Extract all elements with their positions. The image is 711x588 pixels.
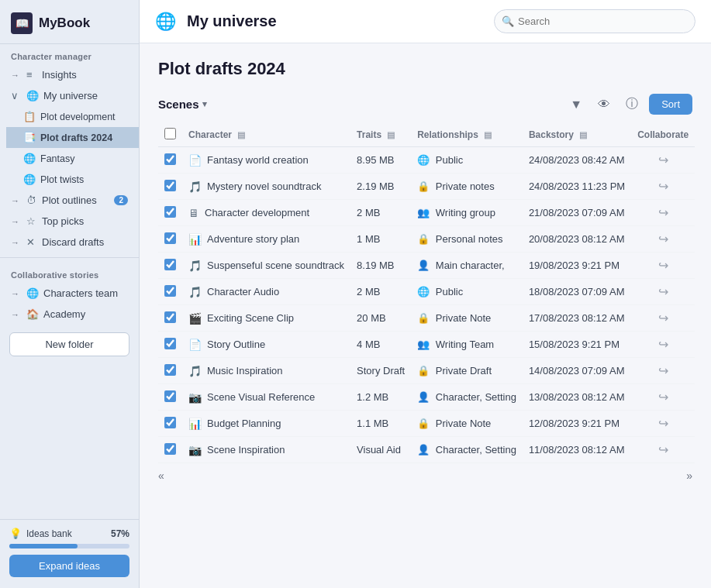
section-label-char-manager: Character manager xyxy=(0,44,139,64)
view-button[interactable]: 👁 xyxy=(593,95,615,115)
row-backstory-cell: 24/08/2023 08:42 AM xyxy=(523,147,631,174)
sidebar-item-academy[interactable]: → 🏠 Academy xyxy=(0,304,139,325)
search-input[interactable] xyxy=(494,9,695,33)
row-checkbox-9[interactable] xyxy=(164,390,176,402)
row-collab-cell: ↪ xyxy=(631,253,695,279)
sidebar-item-top-picks[interactable]: → ☆ Top picks xyxy=(0,211,139,232)
sidebar-item-plot-twists[interactable]: 🌐 Plot twists xyxy=(6,169,139,190)
row-rel-icon: 🔒 xyxy=(417,365,430,377)
app-logo: 📖 MyBook xyxy=(0,0,139,44)
info-button[interactable]: ⓘ xyxy=(621,93,643,115)
row-collab-cell: ↪ xyxy=(631,305,695,332)
row-collab-cell: ↪ xyxy=(631,411,695,437)
row-traits: 8.95 MB xyxy=(357,154,394,166)
top-picks-icon: ☆ xyxy=(26,215,37,227)
row-backstory: 21/08/2023 07:09 AM xyxy=(529,207,625,218)
table-row: 📊 Adventure story plan 1 MB 🔒 Personal n… xyxy=(158,226,695,253)
row-rel-icon: 🌐 xyxy=(417,154,430,166)
share-button-1[interactable]: ↪ xyxy=(657,179,670,194)
col-character: Character ▤ xyxy=(182,123,350,147)
row-backstory: 14/08/2023 07:09 AM xyxy=(529,365,625,377)
row-type-icon: 🎵 xyxy=(188,181,202,193)
row-checkbox-8[interactable] xyxy=(164,364,176,376)
row-name: Music Inspiration xyxy=(207,365,283,377)
row-relationship: Private Draft xyxy=(436,365,492,377)
arrow-icon-team: → xyxy=(11,289,22,298)
sidebar-item-plot-development[interactable]: 📋 Plot development xyxy=(6,106,139,127)
row-checkbox-cell xyxy=(158,332,182,358)
table-row: 📷 Scene Visual Reference 1.2 MB 👤 Charac… xyxy=(158,384,695,411)
row-name-cell: 🎬 Exciting Scene Clip xyxy=(182,305,350,332)
sort-button[interactable]: Sort xyxy=(649,94,692,115)
share-button-7[interactable]: ↪ xyxy=(657,337,670,352)
row-checkbox-10[interactable] xyxy=(164,417,176,428)
row-checkbox-5[interactable] xyxy=(164,285,176,297)
row-relationship: Character, Setting xyxy=(436,391,516,403)
row-rel-icon: 👥 xyxy=(417,339,430,350)
table-row: 📄 Fantasy world creation 8.95 MB 🌐 Publi… xyxy=(158,147,695,174)
sidebar-item-plot-drafts[interactable]: 📑 Plot drafts 2024 xyxy=(6,127,139,148)
row-backstory: 17/08/2023 08:12 AM xyxy=(529,312,625,324)
expand-ideas-button[interactable]: Expand ideas xyxy=(9,555,129,577)
plot-drafts-label: Plot drafts 2024 xyxy=(40,132,112,143)
sidebar-bottom: 💡 Ideas bank 57% Expand ideas xyxy=(0,519,139,588)
row-name-cell: 📄 Fantasy world creation xyxy=(182,147,350,174)
sidebar-item-characters-team[interactable]: → 🌐 Characters team xyxy=(0,283,139,304)
row-checkbox-11[interactable] xyxy=(164,443,176,455)
share-button-3[interactable]: ↪ xyxy=(657,232,670,246)
row-rel-cell: 👥 Writing Team xyxy=(411,332,523,358)
row-type-icon: 📷 xyxy=(188,444,202,456)
row-checkbox-7[interactable] xyxy=(164,338,176,349)
row-rel-icon: 🔒 xyxy=(417,233,430,245)
row-rel-icon: 👤 xyxy=(417,391,430,403)
scenes-chevron: ▾ xyxy=(202,99,207,109)
row-backstory-cell: 18/08/2023 07:09 AM xyxy=(523,279,631,305)
row-checkbox-3[interactable] xyxy=(164,232,176,244)
search-container: 🔍 xyxy=(494,9,695,33)
fantasy-icon: 🌐 xyxy=(23,153,36,164)
row-checkbox-cell xyxy=(158,411,182,437)
row-traits-cell: 20 MB xyxy=(350,305,411,332)
row-checkbox-2[interactable] xyxy=(164,206,176,218)
share-button-8[interactable]: ↪ xyxy=(657,363,670,378)
sidebar-item-insights[interactable]: → ≡ Insights xyxy=(0,64,139,85)
row-checkbox-4[interactable] xyxy=(164,259,176,270)
content-area: Plot drafts 2024 Scenes ▾ ▼ 👁 ⓘ Sort Cha… xyxy=(140,43,711,588)
share-button-4[interactable]: ↪ xyxy=(657,258,670,273)
share-button-6[interactable]: ↪ xyxy=(657,311,670,325)
row-backstory: 15/08/2023 9:21 PM xyxy=(529,339,620,350)
share-button-2[interactable]: ↪ xyxy=(657,205,670,220)
sidebar-item-fantasy[interactable]: 🌐 Fantasy xyxy=(6,148,139,169)
filter-button[interactable]: ▼ xyxy=(565,95,587,115)
select-all-checkbox[interactable] xyxy=(164,128,176,139)
share-button-5[interactable]: ↪ xyxy=(657,284,670,299)
sidebar-item-discard-drafts[interactable]: → ✕ Discard drafts xyxy=(0,232,139,253)
row-checkbox-1[interactable] xyxy=(164,180,176,191)
share-button-10[interactable]: ↪ xyxy=(657,416,670,431)
nav-prev[interactable]: « xyxy=(158,469,164,482)
row-relationship: Writing group xyxy=(436,207,495,218)
share-button-11[interactable]: ↪ xyxy=(657,442,670,457)
search-icon: 🔍 xyxy=(502,15,514,27)
top-picks-label: Top picks xyxy=(42,215,84,227)
row-relationship: Public xyxy=(436,154,463,166)
sidebar-item-my-universe[interactable]: ∨ 🌐 My universe xyxy=(0,85,139,106)
app-name: MyBook xyxy=(39,15,90,31)
row-name: Exciting Scene Clip xyxy=(207,312,294,324)
row-rel-cell: 🌐 Public xyxy=(411,279,523,305)
share-button-9[interactable]: ↪ xyxy=(657,390,670,404)
row-relationship: Main character, xyxy=(436,260,505,271)
share-button-0[interactable]: ↪ xyxy=(657,153,670,167)
row-rel-icon: 🔒 xyxy=(417,418,430,429)
row-backstory-cell: 13/08/2023 08:12 AM xyxy=(523,384,631,411)
row-backstory: 19/08/2023 9:21 PM xyxy=(529,260,620,271)
universe-chevron: ∨ xyxy=(11,90,22,101)
table-row: 🎵 Music Inspiration Story Draft 🔒 Privat… xyxy=(158,358,695,384)
new-folder-button[interactable]: New folder xyxy=(9,332,129,356)
sidebar-item-plot-outlines[interactable]: → ⏱ Plot outlines 2 xyxy=(0,190,139,211)
row-checkbox-6[interactable] xyxy=(164,311,176,323)
row-type-icon: 📊 xyxy=(188,418,202,430)
nav-next[interactable]: » xyxy=(686,469,692,482)
row-checkbox-0[interactable] xyxy=(164,153,176,165)
characters-team-label: Characters team xyxy=(43,287,118,299)
